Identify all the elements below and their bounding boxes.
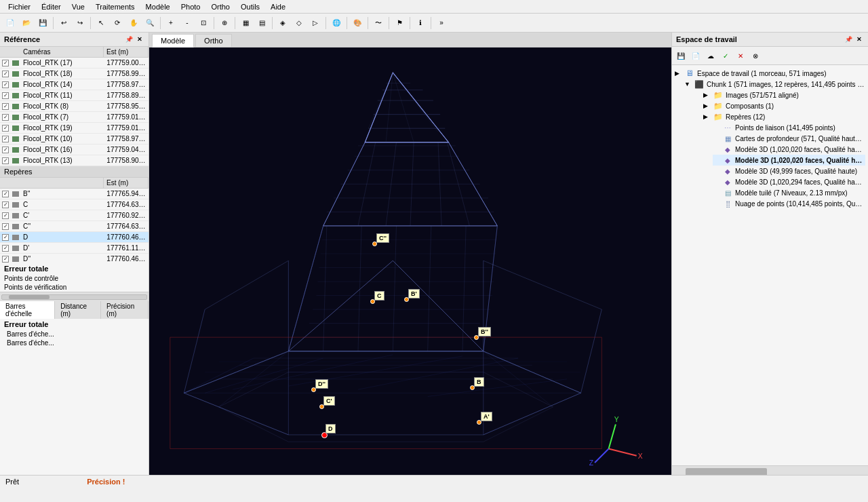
tree-points-liaison[interactable]: ▶ ⋯ Points de liaison (141,495 points) bbox=[713, 122, 865, 133]
cameras-table-body[interactable]: Flocol_RTK (17) 177759.00924 Flocol_RTK … bbox=[0, 58, 149, 166]
tree-images[interactable]: ▶ 📁 Images (571/571 aligné) bbox=[703, 90, 865, 100]
more-button[interactable]: » bbox=[434, 16, 449, 31]
panel-pin-button[interactable]: 📌 bbox=[124, 35, 134, 44]
panel-close-button[interactable]: ✕ bbox=[135, 35, 144, 44]
zoom-button[interactable]: 🔍 bbox=[142, 16, 157, 31]
cam-cb[interactable] bbox=[2, 60, 9, 66]
tab-ortho[interactable]: Ortho bbox=[195, 34, 232, 47]
ws-saveas-btn[interactable]: 📄 bbox=[689, 49, 703, 62]
cam-checkbox[interactable] bbox=[0, 92, 11, 99]
menu-outils[interactable]: Outils bbox=[235, 1, 265, 12]
rep-cb[interactable] bbox=[2, 256, 9, 263]
select-button[interactable]: ↖ bbox=[94, 16, 108, 31]
cam-cb[interactable] bbox=[2, 125, 9, 132]
cam-cb[interactable] bbox=[2, 114, 9, 121]
menu-photo[interactable]: Photo bbox=[176, 1, 206, 12]
new-button[interactable]: 📄 bbox=[3, 16, 18, 31]
barres-item-2[interactable]: Barres d'éche... bbox=[0, 339, 149, 347]
tree-cartes[interactable]: ▶ ▦ Cartes de profondeur (571, Qualité h… bbox=[713, 133, 865, 144]
cam-checkbox[interactable] bbox=[0, 157, 11, 164]
repere-row[interactable]: B'' 177765.947967 bbox=[0, 189, 149, 199]
tree-modele3d-2[interactable]: ▶ ◆ Modèle 3D (1,020,020 faces, Qualité … bbox=[713, 155, 865, 166]
menu-traitements[interactable]: Traitements bbox=[90, 1, 140, 12]
rep-cb[interactable] bbox=[2, 234, 9, 241]
rep-checkbox[interactable] bbox=[0, 245, 11, 252]
open-button[interactable]: 📂 bbox=[19, 16, 34, 31]
rep-checkbox[interactable] bbox=[0, 201, 11, 208]
move-button[interactable]: ⊕ bbox=[217, 16, 232, 31]
camera-row[interactable]: Flocol_RTK (11) 177758.89455 bbox=[0, 90, 149, 101]
rep-cb[interactable] bbox=[2, 245, 9, 252]
camera-row[interactable]: Flocol_RTK (14) 177758.97856 bbox=[0, 79, 149, 90]
ws-check-btn[interactable]: ✓ bbox=[719, 49, 732, 62]
repere-row[interactable]: C' 177760.922822 bbox=[0, 210, 149, 221]
zoom-out-button[interactable]: - bbox=[180, 16, 195, 31]
tree-workspace-root[interactable]: ▶ 🖥 Espace de travail (1 morceau, 571 im… bbox=[675, 68, 865, 79]
points-verification-item[interactable]: Points de vérification bbox=[0, 283, 149, 292]
rep-checkbox[interactable] bbox=[0, 223, 11, 230]
ws-cloud-btn[interactable]: ☁ bbox=[704, 49, 717, 62]
tree-modele3d-4[interactable]: ▶ ◆ Modèle 3D (1,020,294 faces, Qualité … bbox=[713, 176, 865, 187]
precision-tab[interactable]: Précision (m) bbox=[101, 301, 149, 319]
rep-cb[interactable] bbox=[2, 223, 9, 230]
workspace-tree[interactable]: ▶ 🖥 Espace de travail (1 morceau, 571 im… bbox=[672, 65, 868, 465]
repere-row[interactable]: C 177764.633158 bbox=[0, 199, 149, 210]
viewport[interactable]: Modèle Ortho bbox=[149, 33, 671, 475]
cam-checkbox[interactable] bbox=[0, 136, 11, 142]
rotate-button[interactable]: ⟳ bbox=[110, 16, 125, 31]
undo-button[interactable]: ↩ bbox=[56, 16, 71, 31]
left-panel-scrollbar[interactable] bbox=[0, 292, 149, 301]
menu-fichier[interactable]: Fichier bbox=[3, 1, 36, 12]
cam-cb[interactable] bbox=[2, 157, 9, 164]
ws-pin-button[interactable]: 📌 bbox=[844, 35, 853, 44]
tree-composants[interactable]: ▶ 📁 Composants (1) bbox=[703, 100, 865, 111]
flag-button[interactable]: ⚑ bbox=[392, 16, 407, 31]
wave-button[interactable]: 〜 bbox=[371, 16, 386, 31]
camera-row[interactable]: Flocol_RTK (17) 177759.00924 bbox=[0, 58, 149, 69]
rep-cb[interactable] bbox=[2, 201, 9, 208]
right-panel-scrollbar[interactable] bbox=[672, 465, 868, 475]
cam-cb[interactable] bbox=[2, 136, 9, 142]
cam-checkbox[interactable] bbox=[0, 81, 11, 88]
distance-tab[interactable]: Distance (m) bbox=[55, 301, 101, 319]
cam-cb[interactable] bbox=[2, 147, 9, 153]
cam-cb[interactable] bbox=[2, 92, 9, 99]
cam-cb[interactable] bbox=[2, 81, 9, 88]
menu-vue[interactable]: Vue bbox=[66, 1, 90, 12]
palette-button[interactable]: 🎨 bbox=[350, 16, 365, 31]
camera-row[interactable]: Flocol_RTK (7) 177759.01886 bbox=[0, 112, 149, 123]
tab-modele[interactable]: Modèle bbox=[152, 34, 194, 47]
rep-cb[interactable] bbox=[2, 212, 9, 219]
info-button[interactable]: ℹ bbox=[413, 16, 428, 31]
points-controle-item[interactable]: Points de contrôle bbox=[0, 274, 149, 283]
camera-row[interactable]: Flocol_RTK (10) 177758.97187 bbox=[0, 134, 149, 144]
cam-checkbox[interactable] bbox=[0, 103, 11, 110]
render2-button[interactable]: ◇ bbox=[292, 16, 307, 31]
render3-button[interactable]: ▷ bbox=[308, 16, 323, 31]
menu-editer[interactable]: Éditer bbox=[36, 1, 66, 12]
rep-cb[interactable] bbox=[2, 191, 9, 197]
ws-close2-btn[interactable]: ⊗ bbox=[749, 49, 762, 62]
globe-button[interactable]: 🌐 bbox=[329, 16, 344, 31]
rep-checkbox[interactable] bbox=[0, 256, 11, 263]
repere-row[interactable]: C'' 177764.633158 bbox=[0, 221, 149, 232]
menu-ortho[interactable]: Ortho bbox=[205, 1, 235, 12]
cam-cb[interactable] bbox=[2, 71, 9, 77]
cam-checkbox[interactable] bbox=[0, 71, 11, 77]
camera-row[interactable]: Flocol_RTK (8) 177758.95436 bbox=[0, 101, 149, 112]
zoom-in-button[interactable]: + bbox=[163, 16, 178, 31]
fit-button[interactable]: ⊡ bbox=[196, 16, 211, 31]
repere-row[interactable]: D 177760.460669 bbox=[0, 232, 149, 243]
cam-checkbox[interactable] bbox=[0, 60, 11, 66]
repere-row[interactable]: D' 177761.118601 bbox=[0, 243, 149, 254]
reperes-table-body[interactable]: B'' 177765.947967 C 177764.633158 C' 177… bbox=[0, 189, 149, 263]
camera-row[interactable]: Flocol_RTK (19) 177759.01875 bbox=[0, 123, 149, 134]
camera-row[interactable]: Flocol_RTK (16) 177759.04112 bbox=[0, 144, 149, 155]
rep-checkbox[interactable] bbox=[0, 212, 11, 219]
tree-modele-tuile[interactable]: ▶ ▤ Modèle tuilé (7 Niveaux, 2.13 mm/px) bbox=[713, 187, 865, 198]
ws-x-btn[interactable]: ✕ bbox=[734, 49, 747, 62]
ws-save-btn[interactable]: 💾 bbox=[674, 49, 688, 62]
rep-checkbox[interactable] bbox=[0, 234, 11, 241]
scrollbar-thumb[interactable] bbox=[9, 295, 50, 299]
save-button[interactable]: 💾 bbox=[35, 16, 50, 31]
